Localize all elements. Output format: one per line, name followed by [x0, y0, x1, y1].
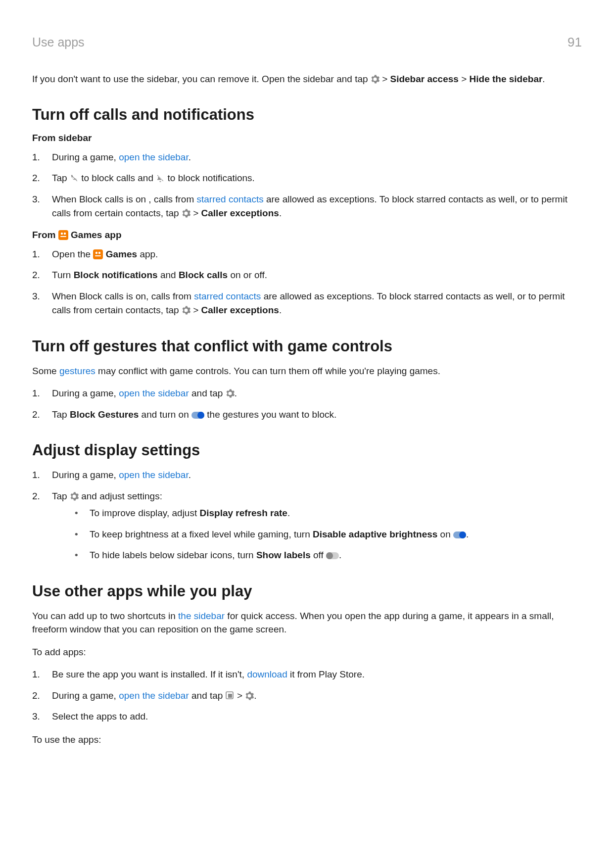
step: 2. Tap and adjust settings: To improve d…: [32, 489, 582, 563]
heading-use-other-apps: Use other apps while you play: [32, 582, 582, 600]
gear-icon: [371, 75, 379, 84]
display-refresh-rate-label: Display refresh rate: [199, 508, 287, 518]
text: and: [158, 270, 179, 280]
caller-exceptions-label: Caller exceptions: [201, 305, 279, 315]
link-the-sidebar[interactable]: the sidebar: [178, 611, 225, 621]
link-open-sidebar[interactable]: open the sidebar: [119, 388, 189, 398]
text: off: [311, 550, 326, 560]
link-starred-contacts[interactable]: starred contacts: [196, 194, 263, 204]
link-gestures[interactable]: gestures: [59, 366, 95, 376]
gear-icon: [182, 306, 190, 315]
text: .: [279, 305, 282, 315]
step: 1. Open the Games app.: [32, 247, 582, 262]
games-app-label: Games: [106, 249, 137, 259]
link-open-sidebar[interactable]: open the sidebar: [119, 690, 189, 701]
to-add-apps-label: To add apps:: [32, 645, 582, 659]
step: 1. During a game, open the sidebar.: [32, 468, 582, 482]
step-number: 1.: [32, 247, 40, 262]
toggle-on-icon: [453, 531, 466, 538]
sidebar-access-label: Sidebar access: [390, 74, 459, 84]
text: .: [254, 690, 256, 701]
text: Be sure the app you want is installed. I…: [52, 669, 247, 679]
show-labels-label: Show labels: [256, 550, 311, 560]
text: From: [32, 230, 58, 240]
text: Tap: [52, 409, 70, 420]
text: to block calls and: [81, 173, 156, 183]
text: During a game,: [52, 152, 119, 162]
step: 1. During a game, open the sidebar and t…: [32, 386, 582, 401]
text: .: [466, 529, 469, 539]
step-number: 3.: [32, 193, 40, 207]
gear-icon: [70, 492, 79, 501]
text: Some: [32, 366, 59, 376]
page-header: Use apps 91: [32, 35, 582, 50]
step: 1. During a game, open the sidebar.: [32, 150, 582, 165]
text: During a game,: [52, 690, 119, 701]
bullet: To keep brightness at a fixed level whil…: [72, 528, 582, 542]
step-number: 1.: [32, 668, 40, 682]
block-calls-label: Block calls: [179, 270, 228, 280]
steps-from-sidebar: 1. During a game, open the sidebar. 2. T…: [32, 150, 582, 221]
text: .: [189, 152, 191, 162]
text: .: [287, 508, 290, 518]
link-open-sidebar[interactable]: open the sidebar: [119, 470, 189, 480]
bullet: To improve display, adjust Display refre…: [72, 506, 582, 521]
hide-sidebar-label: Hide the sidebar: [470, 74, 543, 84]
text: To keep brightness at a fixed level whil…: [90, 529, 313, 539]
gear-icon: [226, 389, 235, 398]
to-use-apps-label: To use the apps:: [32, 733, 582, 747]
breadcrumb: Use apps: [32, 35, 85, 49]
link-download[interactable]: download: [247, 669, 287, 679]
text: Open the: [52, 249, 93, 259]
link-starred-contacts[interactable]: starred contacts: [194, 291, 261, 301]
steps-from-games: 1. Open the Games app. 2. Turn Block not…: [32, 247, 582, 318]
text: and adjust settings:: [81, 491, 162, 501]
text: Games app: [71, 230, 121, 240]
text: During a game,: [52, 388, 119, 398]
gear-icon: [182, 209, 190, 218]
text: the gestures you want to block.: [207, 409, 336, 420]
text: When Block calls is on, calls from: [52, 291, 194, 301]
step-number: 2.: [32, 408, 40, 422]
step-number: 3.: [32, 289, 40, 304]
toggle-off-icon: [326, 552, 339, 559]
text: Select the apps to add.: [52, 711, 148, 722]
text: , calls from: [148, 194, 196, 204]
heading-turn-off-calls: Turn off calls and notifications: [32, 106, 582, 124]
steps-add-apps: 1. Be sure the app you want is installed…: [32, 668, 582, 724]
text: on or off.: [228, 270, 267, 280]
step-number: 1.: [32, 468, 40, 482]
text: During a game,: [52, 470, 119, 480]
text: app.: [137, 249, 158, 259]
page-number: 91: [567, 35, 582, 50]
step: 3. Select the apps to add.: [32, 710, 582, 724]
step-number: 1.: [32, 150, 40, 165]
steps-display: 1. During a game, open the sidebar. 2. T…: [32, 468, 582, 563]
subhead-from-sidebar: From sidebar: [32, 133, 582, 144]
step-number: 2.: [32, 489, 40, 504]
text: it from Play Store.: [287, 669, 365, 679]
text: on: [437, 529, 453, 539]
sidebar-remove-note: If you don't want to use the sidebar, yo…: [32, 72, 582, 86]
link-open-sidebar[interactable]: open the sidebar: [119, 152, 189, 162]
step: 2. During a game, open the sidebar and t…: [32, 689, 582, 703]
text: .: [279, 208, 282, 218]
text: You can add up to two shortcuts in: [32, 611, 178, 621]
games-icon: [93, 249, 103, 259]
page: Use apps 91 If you don't want to use the…: [0, 0, 614, 868]
bullet: To hide labels below sidebar icons, turn…: [72, 548, 582, 563]
block-notifications-label: Block notifications: [74, 270, 158, 280]
step: 2. Tap to block calls and to block notif…: [32, 171, 582, 186]
text: .: [189, 470, 191, 480]
text: Turn: [52, 270, 74, 280]
step-number: 3.: [32, 710, 40, 724]
caller-exceptions-label: Caller exceptions: [201, 208, 279, 218]
gestures-intro: Some gestures may conflict with game con…: [32, 364, 582, 378]
subhead-from-games-app: From Games app: [32, 230, 582, 241]
bell-off-icon: [156, 174, 165, 183]
text: To improve display, adjust: [90, 508, 199, 518]
text: Tap: [52, 491, 70, 501]
step-number: 1.: [32, 386, 40, 401]
text: and tap: [189, 690, 226, 701]
games-icon: [58, 230, 68, 240]
